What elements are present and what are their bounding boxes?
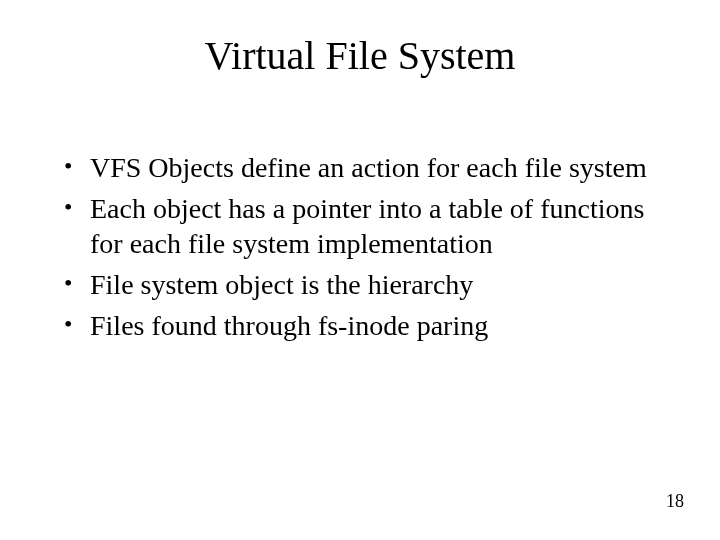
bullet-item: Files found through fs-inode paring [60, 308, 660, 343]
slide-body: VFS Objects define an action for each fi… [60, 150, 660, 349]
bullet-item: VFS Objects define an action for each fi… [60, 150, 660, 185]
slide: Virtual File System VFS Objects define a… [0, 0, 720, 540]
bullet-item: File system object is the hierarchy [60, 267, 660, 302]
slide-title: Virtual File System [0, 32, 720, 79]
page-number: 18 [666, 491, 684, 512]
bullet-list: VFS Objects define an action for each fi… [60, 150, 660, 343]
bullet-item: Each object has a pointer into a table o… [60, 191, 660, 261]
